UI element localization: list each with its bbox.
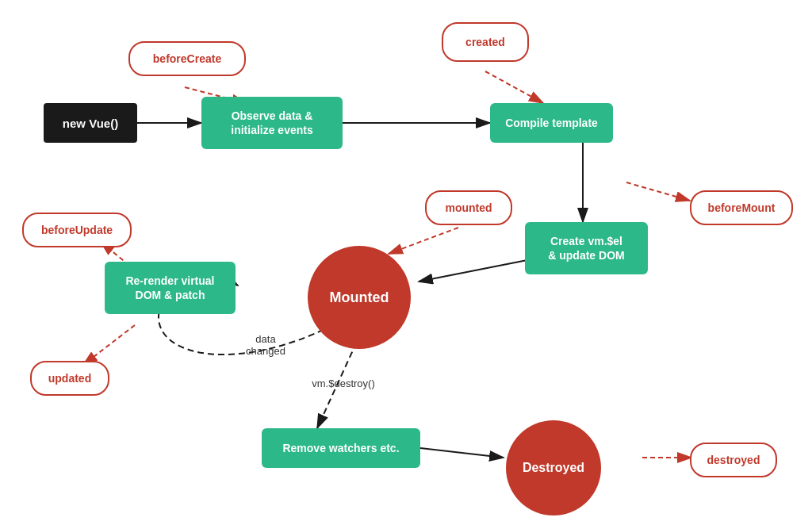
svg-line-11 <box>626 182 690 201</box>
re-render-node: Re-render virtual DOM & patch <box>105 262 236 314</box>
svg-line-14 <box>83 325 135 365</box>
create-vm-node: Create vm.$el & update DOM <box>525 222 648 274</box>
destroyed-hook: destroyed <box>690 443 777 477</box>
destroyed-circle: Destroyed <box>506 420 601 515</box>
updated-hook: updated <box>30 361 109 396</box>
created-hook: created <box>442 22 529 62</box>
mounted-hook: mounted <box>425 190 512 225</box>
before-create-hook: beforeCreate <box>128 41 246 76</box>
svg-line-12 <box>389 228 458 254</box>
before-update-hook: beforeUpdate <box>22 213 132 247</box>
svg-line-8 <box>420 448 504 458</box>
before-mount-hook: beforeMount <box>690 190 793 225</box>
remove-watchers-node: Remove watchers etc. <box>262 428 420 468</box>
svg-line-6 <box>419 258 539 282</box>
mounted-circle: Mounted <box>308 246 411 349</box>
data-changed-label: data changed <box>226 329 305 361</box>
vue-lifecycle-diagram: new Vue() Observe data & initialize even… <box>0 0 812 525</box>
observe-data-node: Observe data & initialize events <box>201 97 343 149</box>
compile-template-node: Compile template <box>490 103 613 143</box>
vm-destroy-label: vm.$destroy() <box>292 371 395 395</box>
new-vue-node: new Vue() <box>44 103 137 143</box>
svg-line-10 <box>485 71 543 103</box>
